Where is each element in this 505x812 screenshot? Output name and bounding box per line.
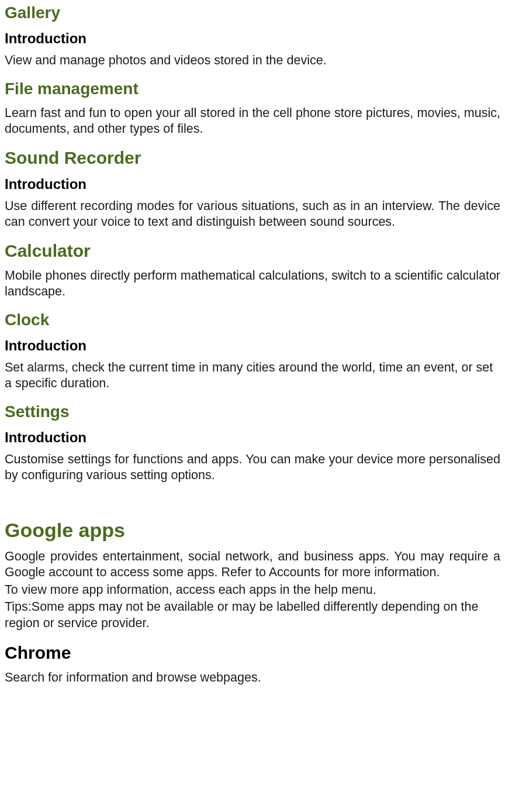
text-clock-intro: Set alarms, check the current time in ma… xyxy=(5,360,500,392)
text-settings-intro: Customise settings for functions and app… xyxy=(5,452,500,484)
subheading-sound-intro: Introduction xyxy=(5,176,500,192)
heading-calculator: Calculator xyxy=(5,241,500,261)
text-gallery-intro: View and manage photos and videos stored… xyxy=(5,53,500,69)
heading-google-apps: Google apps xyxy=(5,519,500,542)
text-calculator: Mobile phones directly perform mathemati… xyxy=(5,268,500,300)
text-sound-intro: Use different recording modes for variou… xyxy=(5,198,500,230)
text-google-line1: Google provides entertainment, social ne… xyxy=(5,549,500,581)
subheading-clock-intro: Introduction xyxy=(5,338,500,354)
heading-sound-recorder: Sound Recorder xyxy=(5,148,500,168)
heading-clock: Clock xyxy=(5,311,500,329)
text-google-line2: To view more app information, access eac… xyxy=(5,582,500,598)
heading-chrome: Chrome xyxy=(5,643,500,663)
text-google-line3: Tips:Some apps may not be available or m… xyxy=(5,599,500,631)
subheading-settings-intro: Introduction xyxy=(5,429,500,446)
heading-settings: Settings xyxy=(5,402,500,421)
heading-gallery: Gallery xyxy=(5,4,500,22)
subheading-gallery-intro: Introduction xyxy=(5,30,500,47)
text-chrome: Search for information and browse webpag… xyxy=(5,670,500,686)
text-file-management: Learn fast and fun to open your all stor… xyxy=(5,105,500,137)
heading-file-management: File management xyxy=(5,80,500,98)
